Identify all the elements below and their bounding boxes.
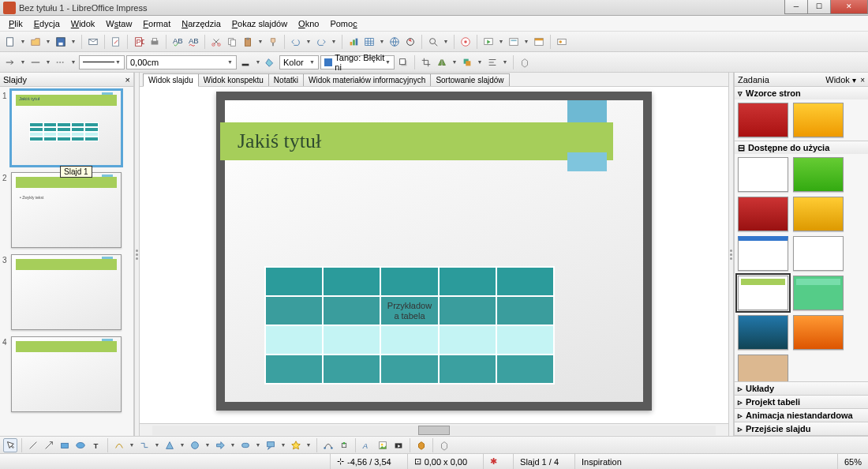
spellcheck-button[interactable]: ABC (170, 35, 185, 49)
tab-handout-view[interactable]: Widok materiałów informacyjnych (303, 73, 431, 86)
redo-dropdown[interactable]: ▼ (330, 35, 338, 49)
basic-shapes-tool[interactable] (163, 438, 177, 452)
master-thumb[interactable] (738, 103, 788, 137)
splitter-right[interactable] (728, 73, 734, 436)
slide-design-button[interactable] (532, 35, 546, 49)
slide-table[interactable]: Przykładowa tabela (264, 266, 555, 385)
slide-panel-close[interactable]: × (125, 75, 130, 84)
menu-window[interactable]: Okno (293, 17, 324, 30)
section-master-pages[interactable]: ▿Wzorce stron (735, 87, 868, 99)
email-button[interactable] (86, 35, 100, 49)
section-transition[interactable]: ▹Przejście slajdu (735, 422, 868, 435)
line-style-button[interactable] (28, 55, 43, 69)
status-zoom[interactable]: 65% (837, 454, 862, 469)
window-maximize-button[interactable]: ☐ (807, 0, 831, 14)
rect-tool[interactable] (58, 438, 72, 452)
splitter-left[interactable] (134, 73, 140, 436)
horizontal-scrollbar[interactable] (140, 423, 728, 436)
slide-canvas[interactable]: Jakiś tytuł Przykładowa tabela (140, 87, 728, 423)
help-button[interactable] (458, 35, 473, 49)
flip-button[interactable] (435, 55, 449, 69)
menu-help[interactable]: Pomoc (324, 17, 362, 30)
window-minimize-button[interactable]: ─ (784, 0, 808, 14)
menu-edit[interactable]: Edycja (28, 17, 65, 30)
block-arrows-tool[interactable] (213, 438, 227, 452)
hyperlink-button[interactable] (387, 35, 402, 49)
line-pattern-button[interactable] (54, 55, 68, 69)
master-thumb[interactable] (793, 157, 844, 192)
fill-type-combo[interactable]: Kolor▼ (279, 55, 319, 69)
master-thumb[interactable] (738, 197, 788, 231)
arrange-button[interactable] (460, 55, 474, 69)
gallery-button[interactable] (555, 35, 569, 49)
extrusion-toggle[interactable] (437, 438, 451, 452)
paste-dropdown[interactable]: ▼ (256, 35, 264, 49)
menu-insert[interactable]: Wstaw (100, 17, 137, 30)
zoom-button[interactable] (426, 35, 440, 49)
export-pdf-button[interactable]: PDF (132, 35, 146, 49)
open-button[interactable] (28, 35, 43, 49)
menu-slideshow[interactable]: Pokaz slajdów (226, 17, 293, 30)
cut-button[interactable] (209, 35, 223, 49)
clone-format-button[interactable] (266, 35, 280, 49)
slide-layout-button[interactable] (507, 35, 521, 49)
shadow-button[interactable] (396, 55, 410, 69)
menu-tools[interactable]: Narzędzia (176, 17, 226, 30)
menu-view[interactable]: Widok (65, 17, 101, 30)
section-animation[interactable]: ▹Animacja niestandardowa (735, 409, 868, 422)
slide-thumb-4[interactable]: 4 (3, 336, 130, 412)
new-dropdown[interactable]: ▼ (19, 35, 27, 49)
print-button[interactable] (148, 35, 162, 49)
extrusion-button[interactable] (518, 55, 532, 69)
menu-format[interactable]: Format (137, 17, 176, 30)
undo-dropdown[interactable]: ▼ (305, 35, 312, 49)
table-dropdown[interactable]: ▼ (378, 35, 386, 49)
master-thumb[interactable] (738, 236, 788, 271)
paste-button[interactable] (241, 35, 255, 49)
tab-normal-view[interactable]: Widok slajdu (143, 73, 199, 87)
save-button[interactable] (54, 35, 68, 49)
table-button[interactable] (362, 35, 376, 49)
master-thumb[interactable] (738, 315, 788, 350)
master-thumb[interactable] (738, 157, 788, 192)
tab-outline-view[interactable]: Widok konspektu (198, 73, 269, 86)
align-button[interactable] (485, 55, 499, 69)
undo-button[interactable] (289, 35, 303, 49)
crop-button[interactable] (419, 55, 433, 69)
master-thumb[interactable] (793, 103, 844, 137)
master-thumb[interactable] (793, 276, 844, 310)
open-dropdown[interactable]: ▼ (44, 35, 52, 49)
fill-color-combo[interactable]: Tango: Błękit ni▼ (320, 55, 395, 69)
tab-sorter-view[interactable]: Sortowanie slajdów (430, 73, 509, 86)
section-layouts[interactable]: ▹Układy (735, 382, 868, 395)
window-close-button[interactable]: ✕ (830, 0, 868, 14)
copy-button[interactable] (225, 35, 239, 49)
slide-thumb-2[interactable]: 2• Zwykły tekst (3, 172, 130, 248)
line-style-combo[interactable]: ▼ (79, 55, 125, 69)
edit-file-button[interactable] (109, 35, 123, 49)
task-panel-view[interactable]: Widok ▾ × (825, 75, 865, 84)
arrow-tool[interactable] (42, 438, 56, 452)
slide-thumb-1[interactable]: 1 Jakiś tytuł (3, 90, 130, 166)
autospell-button[interactable]: ABC (186, 35, 200, 49)
save-dropdown[interactable]: ▼ (69, 35, 77, 49)
redo-button[interactable] (314, 35, 328, 49)
ellipse-tool[interactable] (73, 438, 88, 452)
gluepoints-tool[interactable] (337, 438, 351, 452)
menu-file[interactable]: Plik (3, 17, 28, 30)
slide-layout-dropdown[interactable]: ▼ (522, 35, 530, 49)
master-thumb[interactable] (793, 197, 844, 231)
table-cell-label[interactable]: Przykładowa tabela (380, 296, 438, 325)
slide-title[interactable]: Jakiś tytuł (220, 122, 613, 160)
section-available[interactable]: ⊟Dostępne do użycia (735, 141, 868, 154)
curve-tool[interactable] (112, 438, 126, 452)
chart-button[interactable] (346, 35, 361, 49)
fontwork-tool[interactable]: A (360, 438, 374, 452)
slide-thumbnails[interactable]: 1 Jakiś tytuł Slajd 1 2• Zwykły tekst 3 … (0, 87, 133, 436)
line-tool[interactable] (26, 438, 40, 452)
slide-thumb-3[interactable]: 3 (3, 254, 130, 330)
symbol-shapes-tool[interactable] (188, 438, 202, 452)
stars-tool[interactable] (289, 438, 303, 452)
zoom-dropdown[interactable]: ▼ (442, 35, 450, 49)
slideshow-dropdown[interactable]: ▼ (497, 35, 505, 49)
